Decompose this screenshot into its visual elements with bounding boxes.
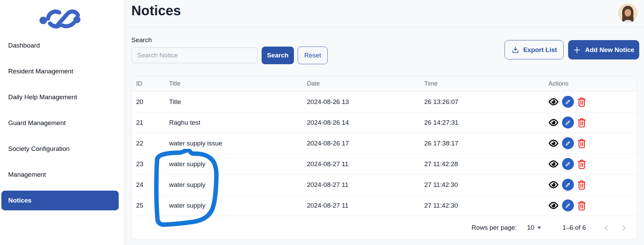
view-button[interactable] [548,202,559,209]
reset-button-label: Reset [304,52,321,59]
rows-per-page-dropdown[interactable]: 10 [527,224,541,231]
cell-time: 27 11:42:30 [424,174,548,195]
cell-title: water supply [169,195,307,216]
cell-actions [548,174,637,195]
trash-icon [577,200,586,211]
table-row: 21 Raghu test 2024-08-26 14 26 14:27:31 [132,112,637,133]
table-row: 20 Title 2024-08-26 13 26 13:26:07 [132,91,637,112]
cell-date: 2024-08-27 11 [307,195,424,216]
pencil-icon [564,181,572,188]
delete-button[interactable] [577,159,586,169]
cell-actions [548,195,637,216]
sidebar-item-society-configuration[interactable]: Society Configuration [1,139,119,159]
column-header-time: Time [424,76,548,91]
cell-id: 23 [132,154,169,174]
cell-title: Title [169,91,307,112]
app-root: Dashboard Resident Management Daily Help… [0,0,644,245]
rows-per-page-value: 10 [527,224,534,231]
avatar[interactable] [618,3,638,23]
rows-per-page-label: Rows per page: [472,224,517,231]
edit-button[interactable] [562,96,574,108]
chevron-right-icon [620,224,628,232]
cell-time: 26 17:38:17 [424,133,548,154]
view-button[interactable] [548,181,559,189]
sidebar: Dashboard Resident Management Daily Help… [0,0,124,245]
cell-title: water supply [169,174,307,195]
eye-icon [548,98,559,106]
table-header-row: ID Title Date Time Actions [132,76,637,91]
eye-icon [548,139,559,147]
topbar: Notices [124,0,644,28]
download-icon [511,46,519,54]
pencil-icon [564,202,572,209]
trash-icon [577,97,586,107]
search-label: Search [131,36,152,44]
export-list-button[interactable]: Export List [505,40,564,59]
delete-button[interactable] [577,97,586,107]
sidebar-item-guard-management[interactable]: Guard Management [1,113,119,133]
sidebar-item-notices[interactable]: Notices [1,191,119,210]
cell-actions [548,91,637,112]
previous-page-button[interactable] [602,224,611,232]
plus-icon [573,46,581,54]
cell-time: 26 14:27:31 [424,112,548,133]
view-button[interactable] [548,119,559,126]
page-title: Notices [131,3,181,18]
cell-actions [548,112,637,133]
sidebar-item-dashboard[interactable]: Dashboard [1,36,119,55]
eye-icon [548,181,559,189]
view-button[interactable] [548,98,559,106]
search-input[interactable] [131,48,258,63]
view-button[interactable] [548,160,559,168]
sidebar-item-resident-management[interactable]: Resident Management [1,62,119,81]
table-row: 23 water supply 2024-08-27 11 27 11:42:2… [132,154,637,174]
view-button[interactable] [548,139,559,147]
trash-icon [577,159,586,169]
add-new-notice-label: Add New Notice [585,46,634,54]
pagination-range: 1–6 of 6 [562,224,586,231]
edit-button[interactable] [562,199,574,211]
dropdown-caret-icon [537,227,541,229]
cell-id: 20 [132,91,169,112]
next-page-button[interactable] [620,224,628,232]
table-row: 22 water supply issue 2024-08-26 17 26 1… [132,133,637,154]
sidebar-item-management[interactable]: Management [1,165,119,185]
app-logo-icon [37,5,82,29]
pagination-bar: Rows per page: 10 1–6 of 6 [132,216,637,239]
search-button[interactable]: Search [262,47,294,64]
trash-icon [577,180,586,190]
edit-button[interactable] [562,158,574,170]
edit-button[interactable] [562,137,574,149]
delete-button[interactable] [577,200,586,211]
edit-button[interactable] [562,179,574,191]
delete-button[interactable] [577,138,586,148]
delete-button[interactable] [577,118,586,128]
notices-table: ID Title Date Time Actions 20 Title 2024… [132,76,637,216]
search-button-label: Search [267,52,288,59]
export-list-label: Export List [523,46,557,54]
pencil-icon [564,160,572,168]
eye-icon [548,160,559,168]
edit-button[interactable] [562,117,574,128]
sidebar-item-daily-help-management[interactable]: Daily Help Management [1,87,119,107]
eye-icon [548,202,559,209]
notices-table-card: ID Title Date Time Actions 20 Title 2024… [131,76,637,240]
cell-title: Raghu test [169,112,307,133]
column-header-actions: Actions [548,76,637,91]
cell-time: 26 13:26:07 [424,91,548,112]
trash-icon [577,138,586,148]
cell-id: 24 [132,174,169,195]
cell-date: 2024-08-27 11 [307,174,424,195]
delete-button[interactable] [577,180,586,190]
cell-id: 25 [132,195,169,216]
cell-time: 27 11:42:30 [424,195,548,216]
cell-date: 2024-08-27 11 [307,154,424,174]
column-header-id: ID [132,76,169,91]
pencil-icon [564,119,572,126]
main-content: Search Search Reset Export List [124,28,644,245]
pencil-icon [564,98,572,105]
reset-button[interactable]: Reset [298,47,328,64]
cell-time: 27 11:42:28 [424,154,548,174]
cell-date: 2024-08-26 14 [307,112,424,133]
add-new-notice-button[interactable]: Add New Notice [568,40,639,59]
